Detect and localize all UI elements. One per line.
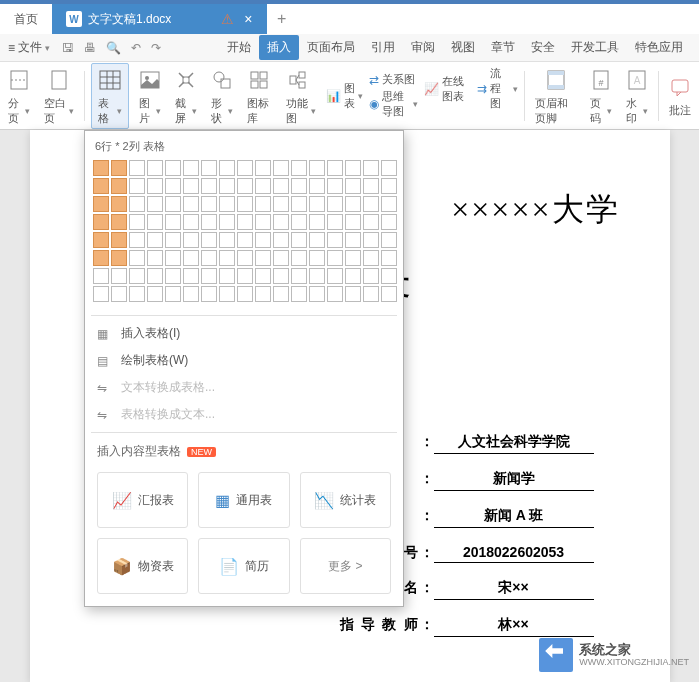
ribbon-header-footer[interactable]: 页眉和页脚 <box>531 66 581 126</box>
grid-cell[interactable] <box>327 268 343 284</box>
grid-cell[interactable] <box>219 214 235 230</box>
grid-cell[interactable] <box>363 178 379 194</box>
grid-cell[interactable] <box>345 232 361 248</box>
grid-cell[interactable] <box>363 196 379 212</box>
grid-cell[interactable] <box>291 214 307 230</box>
ribbon-tab-security[interactable]: 安全 <box>523 35 563 60</box>
grid-cell[interactable] <box>309 178 325 194</box>
grid-cell[interactable] <box>165 232 181 248</box>
grid-cell[interactable] <box>237 214 253 230</box>
grid-cell[interactable] <box>363 232 379 248</box>
insert-table-item[interactable]: ▦插入表格(I) <box>91 320 397 347</box>
grid-cell[interactable] <box>183 214 199 230</box>
grid-cell[interactable] <box>111 178 127 194</box>
grid-cell[interactable] <box>255 286 271 302</box>
grid-cell[interactable] <box>309 268 325 284</box>
grid-cell[interactable] <box>381 286 397 302</box>
grid-cell[interactable] <box>93 214 109 230</box>
grid-cell[interactable] <box>345 286 361 302</box>
card-stats[interactable]: 📉统计表 <box>300 472 391 528</box>
ribbon-tab-review[interactable]: 审阅 <box>403 35 443 60</box>
grid-cell[interactable] <box>219 160 235 176</box>
grid-cell[interactable] <box>111 196 127 212</box>
grid-cell[interactable] <box>309 286 325 302</box>
undo-icon[interactable]: ↶ <box>131 41 141 55</box>
grid-cell[interactable] <box>273 268 289 284</box>
ribbon-smartart[interactable]: 功能图▾ <box>282 66 320 126</box>
ribbon-online-chart[interactable]: 📈在线图表 <box>424 74 471 104</box>
grid-cell[interactable] <box>345 268 361 284</box>
grid-cell[interactable] <box>345 178 361 194</box>
grid-cell[interactable] <box>129 196 145 212</box>
grid-cell[interactable] <box>111 232 127 248</box>
grid-cell[interactable] <box>327 178 343 194</box>
grid-cell[interactable] <box>291 196 307 212</box>
ribbon-tab-chapter[interactable]: 章节 <box>483 35 523 60</box>
grid-cell[interactable] <box>273 286 289 302</box>
grid-cell[interactable] <box>345 250 361 266</box>
grid-cell[interactable] <box>165 214 181 230</box>
grid-cell[interactable] <box>237 232 253 248</box>
grid-cell[interactable] <box>93 160 109 176</box>
grid-cell[interactable] <box>327 286 343 302</box>
card-inventory[interactable]: 📦物资表 <box>97 538 188 594</box>
grid-cell[interactable] <box>165 160 181 176</box>
add-tab-button[interactable]: + <box>267 4 297 34</box>
grid-cell[interactable] <box>201 214 217 230</box>
ribbon-tab-devtools[interactable]: 开发工具 <box>563 35 627 60</box>
grid-cell[interactable] <box>273 178 289 194</box>
grid-cell[interactable] <box>111 268 127 284</box>
grid-cell[interactable] <box>273 232 289 248</box>
grid-cell[interactable] <box>291 250 307 266</box>
preview-icon[interactable]: 🔍 <box>106 41 121 55</box>
grid-cell[interactable] <box>201 268 217 284</box>
ribbon-flowchart[interactable]: ⇉流程图▾ <box>477 66 518 111</box>
grid-cell[interactable] <box>129 232 145 248</box>
ribbon-tab-view[interactable]: 视图 <box>443 35 483 60</box>
grid-cell[interactable] <box>93 286 109 302</box>
tab-home[interactable]: 首页 <box>0 4 52 34</box>
file-menu[interactable]: ≡ 文件 ▾ <box>8 39 50 56</box>
ribbon-chart[interactable]: 📊图表▾ <box>326 81 363 111</box>
grid-cell[interactable] <box>255 232 271 248</box>
tab-document[interactable]: W 文字文稿1.docx ⚠ × <box>52 4 267 34</box>
grid-cell[interactable] <box>363 160 379 176</box>
grid-cell[interactable] <box>165 250 181 266</box>
grid-cell[interactable] <box>165 286 181 302</box>
card-resume[interactable]: 📄简历 <box>198 538 289 594</box>
ribbon-annotate[interactable]: 批注 <box>665 73 695 118</box>
grid-cell[interactable] <box>255 268 271 284</box>
grid-cell[interactable] <box>345 160 361 176</box>
grid-cell[interactable] <box>381 196 397 212</box>
grid-cell[interactable] <box>327 160 343 176</box>
ribbon-tab-special[interactable]: 特色应用 <box>627 35 691 60</box>
grid-cell[interactable] <box>129 214 145 230</box>
ribbon-watermark[interactable]: A 水印▾ <box>622 66 652 126</box>
close-tab-icon[interactable]: × <box>244 11 252 27</box>
ribbon-blank-page[interactable]: 空白页▾ <box>40 66 78 126</box>
redo-icon[interactable]: ↷ <box>151 41 161 55</box>
ribbon-screenshot[interactable]: 截屏▾ <box>171 66 201 126</box>
grid-cell[interactable] <box>255 214 271 230</box>
grid-cell[interactable] <box>309 214 325 230</box>
grid-cell[interactable] <box>129 178 145 194</box>
grid-cell[interactable] <box>147 178 163 194</box>
grid-cell[interactable] <box>381 250 397 266</box>
table-grid-picker[interactable] <box>91 160 397 311</box>
grid-cell[interactable] <box>237 196 253 212</box>
card-general[interactable]: ▦通用表 <box>198 472 289 528</box>
ribbon-tab-start[interactable]: 开始 <box>219 35 259 60</box>
grid-cell[interactable] <box>93 178 109 194</box>
grid-cell[interactable] <box>327 214 343 230</box>
grid-cell[interactable] <box>201 160 217 176</box>
grid-cell[interactable] <box>237 250 253 266</box>
grid-cell[interactable] <box>201 178 217 194</box>
grid-cell[interactable] <box>255 250 271 266</box>
save-icon[interactable]: 🖫 <box>62 41 74 55</box>
grid-cell[interactable] <box>327 232 343 248</box>
grid-cell[interactable] <box>147 232 163 248</box>
grid-cell[interactable] <box>165 268 181 284</box>
grid-cell[interactable] <box>93 250 109 266</box>
grid-cell[interactable] <box>363 286 379 302</box>
grid-cell[interactable] <box>255 178 271 194</box>
